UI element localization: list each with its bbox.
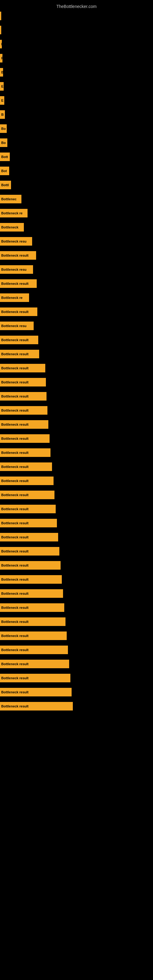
bar-label: Bottleneck result [1,493,29,497]
bar-row: Bottleneck result [0,333,153,347]
bar-item: Bottleneck result [0,505,56,513]
bar-item: B [0,68,3,76]
bar-item [0,26,1,34]
bar-label: Bottleneck result [1,423,29,426]
bar-row: Bottleneck result [0,488,153,502]
bar-label: Bottleneck resu [1,240,27,243]
bar-label: Bottleneck result [1,549,29,553]
bar-row: Bottleneck result [0,643,153,657]
bar-label: Bott [1,155,8,159]
bar-row: Bot [0,164,153,178]
bar-row: E [0,80,153,93]
bar-item: Bot [0,167,9,175]
bar-label: Bo [1,127,6,130]
bar-row: Bottleneck result [0,558,153,572]
bar-label: Bottleneck result [1,563,29,567]
bar-row: Bottleneck result [0,460,153,474]
bar-item: Bottleneck result [0,336,38,344]
bar-label: Bottleneck result [1,535,29,539]
bar-item: Bottleneck result [0,575,62,584]
bar-label: Bottleneck result [1,620,29,624]
bar-item: Bottleneck result [0,632,67,640]
bar-item: Bottleneck result [0,547,59,555]
bar-row [0,23,153,37]
bar-label: Bo [1,141,6,145]
bar-row: Bo [0,122,153,135]
bar-row: Bottleneck result [0,530,153,544]
bar-item: Bottleneck result [0,449,51,457]
bar-item: Bottl [0,181,11,189]
bar-item: Bottleneck result [0,660,69,668]
bar-row: Bottleneck [0,221,153,234]
bar-item: Bo [0,124,7,133]
bar-item: F [0,54,2,62]
bar-row: Bottleneck re [0,207,153,220]
bar-row: Bott [0,150,153,164]
bar-item: Bottleneck result [0,603,64,612]
bar-row: Bottleneck result [0,544,153,558]
bar-item: Bottleneck result [0,688,72,697]
bar-item: Bottleneck result [0,491,54,499]
bar-row: Bottleneck result [0,502,153,516]
bar-row: Bottleneck result [0,390,153,403]
bar-row: Bottleneck result [0,418,153,431]
bar-row: Bottleneck resu [0,235,153,248]
bar-label: Bottleneck result [1,578,29,581]
bar-label: Bottleneck resu [1,268,27,271]
bar-label: Bottleneck result [1,705,29,708]
bar-item: Bottleneck result [0,307,37,316]
bar-row: Bottleneck result [0,686,153,699]
bar-label: Bottleneck result [1,380,29,384]
bar-label: Bottleneck result [1,648,29,652]
bar-row: Bottleneck result [0,474,153,488]
bar-item: E [0,82,4,91]
bar-label: Bottleneck result [1,437,29,441]
bar-label: Bot [1,169,7,173]
bar-label: Bottleneck result [1,254,29,257]
bar-item: E [0,96,4,105]
bar-row: Bottleneck result [0,347,153,361]
bar-label: Bottleneck result [1,521,29,525]
bar-label: Bottleneck resu [1,324,27,328]
bar-label: Bottleneck result [1,676,29,680]
bar-row: Bottleneck result [0,601,153,614]
bar-row: Bottl [0,178,153,192]
bar-item: Bo [0,138,7,147]
bar-row: Bottleneck result [0,587,153,600]
bar-item: Bottleneck result [0,350,39,358]
bar-row: B [0,65,153,79]
bar-item: Bottleneck result [0,617,65,626]
bar-item: Bott [0,153,10,161]
bar-row: Bottleneck result [0,277,153,290]
bar-row: Bottleneck result [0,446,153,460]
bar-row: Bottleneck result [0,375,153,389]
bar-item: Bottleneck resu [0,237,32,246]
bar-row: B [0,108,153,121]
bar-item [0,12,1,20]
bar-label: B [1,113,4,116]
bar-item: Bottleneck result [0,477,54,485]
bar-item: Bottleneck re [0,293,29,302]
bar-item: Bottleneck result [0,561,61,570]
bar-item: Bottleneck result [0,251,36,260]
bar-label: Bottleneck result [1,479,29,483]
bar-item: Bottleneck result [0,589,63,598]
bar-row: Bottleneck result [0,615,153,628]
bar-label: Bottleneck result [1,662,29,666]
bar-row: Bottleneck result [0,361,153,375]
bar-item: Bottleneck re [0,209,27,218]
bar-item: Bottleneck result [0,406,48,415]
bar-label: E [1,99,3,102]
bar-label: Bottleneck result [1,690,29,694]
bar-item: B [0,110,5,119]
bar-item: Bottleneck result [0,279,37,288]
bar-label: Bottleneck result [1,592,29,595]
bar-label: Bottl [1,183,9,187]
bar-item: E [0,40,2,48]
bar-item: Bottleneck result [0,420,48,429]
bar-row: F [0,51,153,65]
bar-item: Bottleneck result [0,392,46,401]
bars-container: EFBEEBBoBoBottBotBottlBottlenecBottlenec… [0,9,153,714]
bar-label: E [1,84,3,88]
bar-row: Bottleneck result [0,700,153,713]
